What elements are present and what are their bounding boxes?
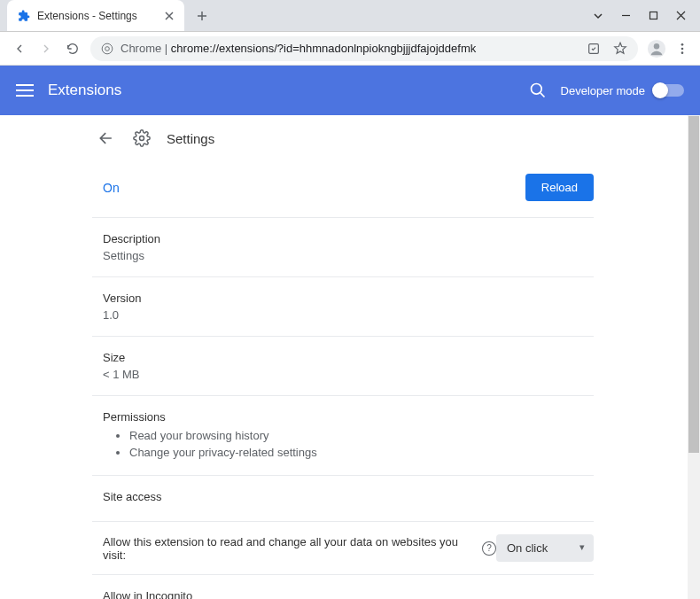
site-access-dropdown[interactable]: On click [496,534,594,562]
developer-mode-label: Developer mode [561,84,645,97]
version-section: Version 1.0 [92,277,594,337]
permissions-label: Permissions [103,410,583,424]
forward-icon[interactable] [37,40,55,58]
permission-item: Change your privacy-related settings [129,444,583,461]
main-content: Settings On Reload Description Settings … [92,115,700,599]
incognito-title: Allow in Incognito [103,589,546,599]
size-section: Size < 1 MB [92,337,594,396]
reload-icon[interactable] [64,40,82,58]
close-window-icon[interactable] [676,11,686,21]
site-access-header: Site access [103,490,583,503]
url-field[interactable]: Chrome | chrome://extensions/?id=hhmnado… [90,36,638,61]
size-label: Size [103,351,583,364]
share-icon[interactable] [587,42,601,56]
chevron-down-icon[interactable] [593,11,603,21]
profile-icon[interactable] [647,39,666,58]
developer-mode-toggle[interactable] [654,84,684,97]
svg-point-5 [654,43,659,49]
svg-point-6 [681,43,684,46]
hamburger-icon[interactable] [16,82,34,99]
svg-point-7 [681,47,684,50]
reload-button[interactable]: Reload [525,174,594,201]
permission-item: Read your browsing history [129,427,583,444]
browser-tab[interactable]: Extensions - Settings [7,0,184,31]
description-label: Description [103,232,583,245]
menu-icon[interactable] [675,42,689,56]
svg-point-2 [105,46,110,51]
url-text: Chrome | chrome://extensions/?id=hhmnado… [121,42,476,55]
extension-icon [18,10,30,22]
help-icon[interactable]: ? [482,541,496,556]
site-access-text: Allow this extension to read and change … [103,535,477,562]
svg-point-10 [140,136,144,141]
back-icon[interactable] [11,40,28,58]
permissions-section: Permissions Read your browsing history C… [92,396,594,476]
back-button[interactable] [96,128,117,149]
tab-title: Extensions - Settings [37,10,137,22]
version-label: Version [103,292,583,305]
svg-rect-0 [650,12,657,19]
app-title: Extensions [48,82,121,99]
svg-point-9 [531,84,541,95]
extension-status: On [103,181,120,195]
maximize-icon[interactable] [649,11,658,21]
app-bar: Extensions Developer mode [0,66,700,115]
svg-point-8 [681,51,684,54]
description-section: Description Settings [92,218,594,277]
chrome-icon [101,43,113,55]
address-bar: Chrome | chrome://extensions/?id=hhmnado… [0,32,700,66]
close-icon[interactable] [163,10,175,22]
size-value: < 1 MB [103,368,583,381]
browser-titlebar: Extensions - Settings [0,0,700,32]
minimize-icon[interactable] [621,11,631,21]
version-value: 1.0 [103,308,583,322]
gear-icon [133,129,151,147]
description-value: Settings [103,249,583,262]
page-title: Settings [167,131,214,146]
window-controls [593,11,700,21]
search-icon[interactable] [529,82,547,99]
site-access-header-section: Site access [92,476,594,522]
new-tab-button[interactable] [190,4,214,28]
star-icon[interactable] [613,42,627,56]
svg-point-1 [102,43,113,54]
